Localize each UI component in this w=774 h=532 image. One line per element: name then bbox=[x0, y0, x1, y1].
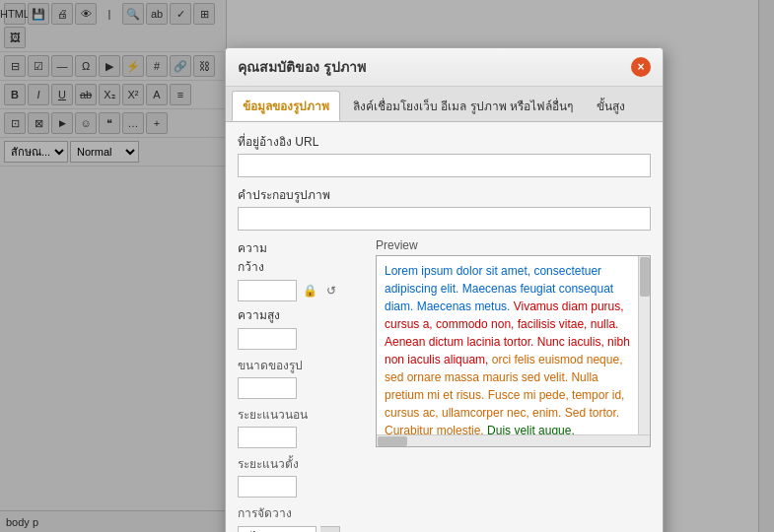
scrollbar-h-thumb bbox=[378, 436, 407, 446]
size-label: ขนาดของรูป bbox=[238, 356, 366, 374]
modal-header: คุณสมบัติของ รูปภาพ × bbox=[226, 48, 663, 87]
hspace-input-row bbox=[238, 427, 366, 448]
height-label: ความสูง bbox=[238, 305, 292, 324]
tab-advanced[interactable]: ขั้นสูง bbox=[586, 91, 636, 121]
preview-text: Lorem ipsum dolor sit amet, consectetuer… bbox=[377, 256, 650, 446]
modal-close-button[interactable]: × bbox=[631, 57, 651, 77]
hspace-label: ระยะแนวนอน bbox=[238, 405, 366, 424]
preview-scrollbar-horizontal[interactable] bbox=[377, 434, 650, 446]
two-col-section: ความกว้าง 🔒 ↺ ความสูง ขนาดของรูป bbox=[238, 238, 651, 532]
align-select[interactable]: <ไม่ระบุ> bbox=[238, 526, 317, 532]
width-label: ความกว้าง bbox=[238, 238, 292, 276]
image-properties-modal: คุณสมบัติของ รูปภาพ × ข้อมูลของรูปภาพ ลิ… bbox=[225, 47, 664, 532]
preview-scroll: Lorem ipsum dolor sit amet, consectetuer… bbox=[377, 256, 650, 446]
align-row: <ไม่ระบุ> ▼ bbox=[238, 526, 366, 532]
url-input[interactable] bbox=[238, 154, 651, 177]
width-input-row: 🔒 ↺ bbox=[238, 280, 366, 301]
height-input-row bbox=[238, 328, 366, 350]
align-arrow[interactable]: ▼ bbox=[320, 526, 340, 532]
modal-title: คุณสมบัติของ รูปภาพ bbox=[238, 56, 366, 78]
vspace-label: ระยะแนวตั้ง bbox=[238, 454, 366, 473]
url-label: ที่อยู่อ้างอิง URL bbox=[238, 132, 651, 151]
tab-link[interactable]: ลิงค์เชื่อมโยงเว็บ อีเมล รูปภาพ หรือไฟล์… bbox=[342, 91, 584, 121]
caption-input[interactable] bbox=[238, 207, 651, 231]
size-input[interactable] bbox=[238, 377, 297, 399]
size-input-row bbox=[238, 377, 366, 399]
scrollbar-thumb bbox=[640, 257, 650, 297]
vspace-input-row bbox=[238, 476, 366, 498]
modal-tabs: ข้อมูลของรูปภาพ ลิงค์เชื่อมโยงเว็บ อีเมล… bbox=[226, 87, 663, 122]
height-input[interactable] bbox=[238, 328, 297, 350]
caption-section: คำประกอบรูปภาพ bbox=[238, 185, 651, 231]
lock-icon[interactable]: 🔒 bbox=[301, 282, 318, 299]
width-row: ความกว้าง bbox=[238, 238, 366, 276]
width-input[interactable] bbox=[238, 280, 297, 301]
hspace-input[interactable] bbox=[238, 427, 297, 448]
vspace-input[interactable] bbox=[238, 476, 297, 498]
preview-label: Preview bbox=[376, 238, 651, 252]
preview-scrollbar-vertical[interactable] bbox=[638, 256, 650, 446]
caption-label: คำประกอบรูปภาพ bbox=[238, 185, 651, 204]
preview-box: Lorem ipsum dolor sit amet, consectetuer… bbox=[376, 255, 651, 447]
reset-icon[interactable]: ↺ bbox=[322, 282, 340, 299]
right-column: Preview Lorem ipsum dolor sit amet, cons… bbox=[376, 238, 651, 532]
height-row: ความสูง bbox=[238, 305, 366, 324]
url-section: ที่อยู่อ้างอิง URL bbox=[238, 132, 651, 177]
left-column: ความกว้าง 🔒 ↺ ความสูง ขนาดของรูป bbox=[238, 238, 366, 532]
tab-image-info[interactable]: ข้อมูลของรูปภาพ bbox=[232, 91, 340, 121]
align-section-label: การจัดวาง bbox=[238, 503, 366, 522]
modal-body: ที่อยู่อ้างอิง URL คำประกอบรูปภาพ ความกว… bbox=[226, 122, 663, 532]
